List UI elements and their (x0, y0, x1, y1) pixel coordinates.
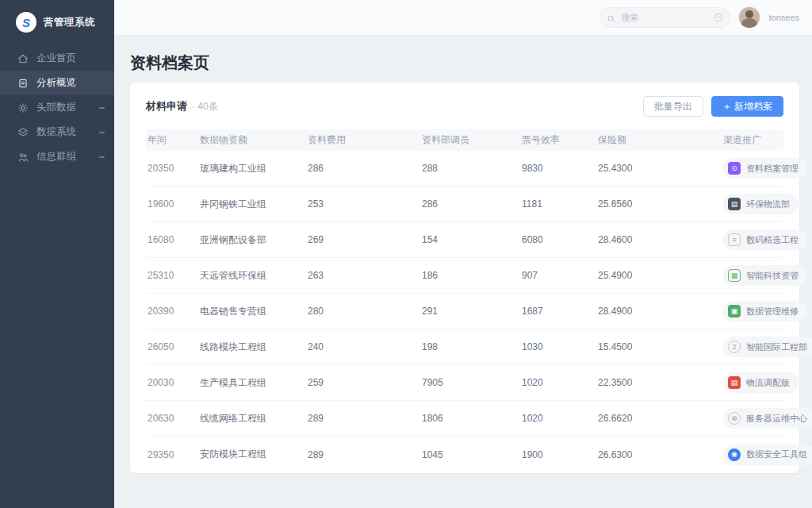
cell-badge: ≡数码精选工程 (722, 229, 807, 250)
badge-label: 服务器运维中心 (746, 413, 807, 425)
badge-label: 智能科技资管 (746, 270, 799, 282)
channel-badge[interactable]: ▦智能科技资管 (723, 265, 807, 286)
clipboard-icon (17, 78, 29, 89)
channel-badge[interactable]: ⊕服务器运维中心 (723, 408, 812, 429)
channel-badge[interactable]: ≡数码精选工程 (723, 229, 807, 250)
cell-staff: 186 (420, 270, 520, 281)
list-icon: ≡ (728, 233, 741, 246)
submenu-indicator-icon (99, 132, 105, 133)
cell-rate: 1020 (520, 377, 596, 388)
column-header-3: 资料部调员 (420, 133, 520, 147)
sidebar-item-label: 头部数据 (36, 101, 76, 114)
cell-fee: 269 (306, 234, 420, 245)
avatar[interactable] (739, 7, 760, 28)
input-action-icon[interactable] (713, 12, 724, 23)
channel-badge[interactable]: ▣数据管理维修 (723, 301, 807, 321)
cell-badge: 2智能国际工程部 (722, 337, 812, 357)
channel-badge[interactable]: ⊙资料档案管理 (723, 158, 807, 179)
table-header-row: 年间数据物资额资料费用资料部调员票号效率保险额渠道推广 (146, 129, 783, 151)
cell-badge: ⊕服务器运维中心 (722, 408, 812, 429)
column-header-0: 年间 (146, 133, 198, 147)
cell-name: 亚洲钢配设备部 (198, 233, 306, 247)
calendar-icon: ▦ (728, 269, 741, 282)
brand-logo-icon: S (16, 12, 36, 33)
sidebar-item-3[interactable]: 数据系统 (0, 120, 114, 144)
cell-insurance: 26.6300 (596, 449, 722, 460)
users-icon (17, 152, 29, 163)
table-row: 20350玻璃建构工业组286288983025.4300⊙资料档案管理 (146, 151, 783, 187)
cell-staff: 1806 (420, 413, 520, 424)
search-icon (607, 13, 616, 22)
cell-name: 线路模块工程组 (198, 341, 306, 354)
cell-name: 井冈钢铁工业组 (198, 198, 306, 211)
table-body: 20350玻璃建构工业组286288983025.4300⊙资料档案管理1960… (146, 151, 783, 472)
cell-fee: 263 (306, 270, 420, 281)
channel-badge[interactable]: ▤环保物流部 (723, 194, 799, 214)
brand: S 营管理系统 (0, 0, 114, 35)
channel-badge[interactable]: ▤物流调配版 (723, 372, 799, 393)
badge-label: 资料档案管理 (746, 163, 799, 175)
table-row: 26050线路模块工程组240198103015.45002智能国际工程部 (146, 329, 783, 365)
cell-insurance: 28.4600 (596, 234, 722, 245)
cell-rate: 1181 (520, 198, 596, 210)
cell-year: 20030 (146, 377, 198, 388)
cell-year: 26050 (146, 341, 198, 352)
brand-name: 营管理系统 (44, 16, 95, 29)
target-icon: ◉ (728, 448, 741, 461)
cell-name: 线缆网络工程组 (198, 412, 306, 425)
sidebar-item-4[interactable]: 信息群组 (0, 144, 114, 169)
card-header: 材料申请 · 40条 批量导出 ＋ 新增档案 (146, 96, 783, 117)
cell-rate: 1687 (520, 306, 596, 317)
sidebar-item-1[interactable]: 分析概览 (0, 71, 114, 95)
home-icon (17, 53, 29, 64)
cell-badge: ▣数据管理维修 (722, 301, 807, 321)
add-record-button[interactable]: ＋ 新增档案 (711, 96, 783, 117)
cell-name: 电器销售专营组 (198, 305, 306, 318)
cell-fee: 259 (306, 377, 420, 388)
table-row: 25310天远管线环保组26318690725.4900▦智能科技资管 (146, 258, 783, 294)
cell-year: 20350 (146, 163, 198, 174)
page-title: 资料档案页 (130, 52, 812, 74)
badge-label: 智能国际工程部 (746, 341, 807, 353)
sidebar-menu: 企业首页分析概览头部数据数据系统信息群组 (0, 46, 114, 169)
submenu-indicator-icon (99, 107, 105, 109)
cell-staff: 286 (420, 198, 520, 210)
cell-staff: 288 (420, 163, 520, 174)
sidebar-item-label: 数据系统 (36, 125, 76, 139)
cell-fee: 286 (306, 163, 420, 174)
card-subtitle: 材料申请 (146, 99, 187, 114)
sidebar-item-0[interactable]: 企业首页 (0, 46, 114, 71)
cell-staff: 1045 (420, 449, 520, 460)
cell-badge: ▤环保物流部 (722, 194, 799, 214)
export-button[interactable]: 批量导出 (643, 96, 703, 117)
column-header-4: 票号效率 (520, 133, 596, 147)
cell-fee: 289 (306, 413, 420, 424)
channel-badge[interactable]: ◉数据安全工具组 (723, 444, 812, 465)
cell-insurance: 25.4300 (596, 163, 722, 174)
cell-name: 玻璃建构工业组 (198, 162, 306, 175)
layers-icon (17, 127, 29, 138)
table-row: 19600井冈钢铁工业组253286118125.6560▤环保物流部 (146, 187, 783, 222)
file-icon: ▤ (728, 376, 741, 389)
table-row: 20630线缆网络工程组2891806102026.6620⊕服务器运维中心 (146, 401, 783, 437)
cell-rate: 6080 (520, 234, 596, 245)
cell-rate: 1020 (520, 413, 596, 424)
search-input[interactable] (599, 7, 730, 28)
sidebar-item-label: 信息群组 (36, 150, 76, 164)
cell-fee: 253 (306, 198, 420, 210)
sidebar: S 营管理系统 企业首页分析概览头部数据数据系统信息群组 (0, 0, 114, 508)
username: tonsees (768, 13, 799, 22)
column-header-5: 保险额 (596, 133, 722, 147)
cell-badge: ▤物流调配版 (722, 372, 799, 393)
cell-rate: 907 (520, 270, 596, 281)
cell-insurance: 25.4900 (596, 270, 722, 281)
cell-year: 19600 (146, 198, 198, 210)
cell-year: 25310 (146, 270, 198, 281)
cell-staff: 198 (420, 341, 520, 352)
cell-insurance: 15.4500 (596, 341, 722, 352)
cell-badge: ▦智能科技资管 (722, 265, 807, 286)
channel-badge[interactable]: 2智能国际工程部 (723, 337, 812, 357)
table-row: 16080亚洲钢配设备部269154608028.4600≡数码精选工程 (146, 222, 783, 258)
cell-insurance: 25.6560 (596, 198, 722, 210)
sidebar-item-2[interactable]: 头部数据 (0, 95, 114, 120)
